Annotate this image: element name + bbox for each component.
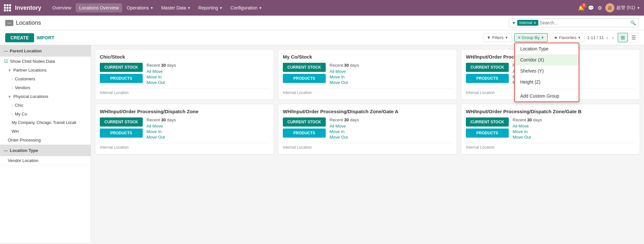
pagination-prev-icon[interactable]: ‹	[605, 34, 609, 41]
card-body: CURRENT STOCK PRODUCTS Recent 30 days Al…	[466, 117, 635, 140]
favorites-caret: ▼	[578, 36, 581, 39]
checkbox-checked-icon: ☑	[4, 59, 8, 64]
notifications-icon[interactable]: 🔔 9	[578, 5, 585, 11]
chat-icon[interactable]: 💬	[588, 5, 594, 11]
all-move-link[interactable]: All Move	[147, 124, 269, 129]
list-view-button[interactable]: ☰	[628, 33, 639, 42]
recent-label: Recent 30 days	[330, 117, 452, 122]
sidebar-item-chic[interactable]: › Chic	[0, 101, 91, 110]
groupby-caret: ▼	[541, 36, 544, 39]
current-stock-button[interactable]: CURRENT STOCK	[100, 117, 143, 127]
settings-icon[interactable]: ⚙	[598, 5, 602, 11]
nav-item-overview[interactable]: Overview	[49, 3, 74, 12]
import-button[interactable]: IMPORT	[37, 35, 54, 40]
products-button[interactable]: PRODUCTS	[466, 74, 509, 83]
products-button[interactable]: PRODUCTS	[283, 129, 326, 138]
current-stock-button[interactable]: CURRENT STOCK	[466, 117, 509, 127]
chic-expand-icon: ›	[12, 103, 13, 107]
location-card-gate-b: WH/Input/Order Processing/Dispatch Zone/…	[461, 104, 640, 155]
all-move-link[interactable]: All Move	[330, 69, 452, 74]
move-out-link[interactable]: Move Out	[513, 135, 635, 140]
vendors-label: Vendors	[15, 85, 31, 90]
groupby-dropdown: Location Type Corridor (X) Shelves (Y) H…	[514, 43, 579, 102]
sidebar-item-wh[interactable]: WH	[0, 127, 91, 136]
products-button[interactable]: PRODUCTS	[100, 74, 143, 83]
physical-locations-label: Physical Locations	[13, 94, 48, 99]
order-processing-label: Order Processing	[8, 138, 41, 142]
favorites-button[interactable]: ★ Favorites ▼	[550, 33, 585, 42]
move-out-link[interactable]: Move Out	[147, 80, 269, 85]
sidebar-item-mycompany-chicago[interactable]: My Company, Chicago: Transit Locati	[0, 118, 91, 127]
groupby-option-locationtype[interactable]: Location Type	[515, 43, 579, 54]
sidebar-section-location-type-header[interactable]: — Location Type	[0, 145, 91, 156]
products-button[interactable]: PRODUCTS	[283, 74, 326, 83]
user-menu[interactable]: 超 超管 (h1) ▼	[605, 3, 640, 12]
filters-button[interactable]: ▼ Filters ▼	[483, 33, 512, 42]
groupby-option-custom[interactable]: Add Custom Group	[515, 90, 579, 102]
nav-item-locations[interactable]: Locations Overview	[76, 3, 122, 12]
current-stock-button[interactable]: CURRENT STOCK	[283, 117, 326, 127]
nav-item-configuration[interactable]: Configuration ▼	[227, 3, 265, 12]
configuration-caret: ▼	[259, 6, 262, 10]
sidebar-item-customers[interactable]: › Customers	[0, 75, 91, 83]
card-body: CURRENT STOCK PRODUCTS Recent 30 days Al…	[100, 63, 269, 85]
products-button[interactable]: PRODUCTS	[466, 129, 509, 138]
products-button[interactable]: PRODUCTS	[100, 129, 143, 138]
recent-label: Recent 30 days	[147, 117, 269, 122]
sidebar-item-order-processing[interactable]: Order Processing	[0, 136, 91, 144]
move-in-link[interactable]: Move In	[147, 75, 269, 79]
groupby-option-corridor[interactable]: Corridor (X)	[515, 54, 579, 65]
card-body: CURRENT STOCK PRODUCTS Recent 30 days Al…	[283, 117, 452, 140]
vendor-location-label: Vendor Location	[8, 158, 38, 163]
card-stats: Recent 30 days All Move Move In Move Out	[513, 117, 635, 140]
pagination-next-icon[interactable]: ›	[611, 34, 615, 41]
move-out-link[interactable]: Move Out	[147, 135, 269, 140]
card-stats: Recent 30 days All Move Move In Move Out	[330, 63, 452, 85]
user-name: 超管 (h1)	[616, 5, 635, 11]
move-in-link[interactable]: Move In	[147, 129, 269, 134]
move-in-link[interactable]: Move In	[330, 75, 452, 79]
sidebar-item-myco[interactable]: › My Co	[0, 110, 91, 118]
move-in-link[interactable]: Move In	[330, 129, 452, 134]
show-child-nodes-label: Show Child Nodes Data	[10, 59, 55, 64]
search-icon[interactable]: 🔍	[630, 20, 636, 25]
kanban-view-button[interactable]: ⊞	[618, 33, 628, 42]
nav-item-reporting[interactable]: Reporting ▼	[195, 3, 226, 12]
sidebar-item-physical-locations[interactable]: ▼ Physical Locations	[0, 92, 91, 101]
sidebar-item-partner-locations[interactable]: ▼ Partner Locations	[0, 66, 91, 75]
move-in-link[interactable]: Move In	[513, 129, 635, 134]
customers-label: Customers	[15, 76, 35, 81]
apps-menu-icon[interactable]	[4, 4, 11, 11]
groupby-option-height[interactable]: Height (Z)	[515, 76, 579, 88]
sidebar-item-vendors[interactable]: › Vendors	[0, 83, 91, 92]
groupby-option-shelves[interactable]: Shelves (Y)	[515, 65, 579, 76]
collapse-location-type-icon: —	[4, 148, 8, 153]
groupby-icon: ≡	[518, 35, 520, 40]
filter-tag-internal[interactable]: Internal ✕	[517, 20, 538, 26]
current-stock-button[interactable]: CURRENT STOCK	[283, 63, 326, 72]
myco-expand-icon: ›	[12, 112, 13, 116]
sidebar-show-child-nodes[interactable]: ☑ Show Child Nodes Data	[0, 57, 91, 66]
all-move-link[interactable]: All Move	[513, 124, 635, 129]
sidebar: — Parent Location ☑ Show Child Nodes Dat…	[0, 45, 91, 242]
myco-label: My Co	[15, 112, 27, 116]
current-stock-button[interactable]: CURRENT STOCK	[466, 63, 509, 72]
sidebar-section-parent-header[interactable]: — Parent Location	[0, 45, 91, 57]
groupby-button[interactable]: ≡ Group By ▼	[514, 33, 547, 42]
move-out-link[interactable]: Move Out	[330, 80, 452, 85]
filter-tag-close-icon[interactable]: ✕	[533, 21, 536, 25]
sidebar-item-vendor-location[interactable]: Vendor Location	[0, 156, 91, 165]
collapse-sidebar-icon[interactable]: —	[5, 20, 13, 26]
create-button[interactable]: CREATE	[5, 33, 34, 42]
move-out-link[interactable]: Move Out	[330, 135, 452, 140]
partner-locations-expand-icon: ▼	[8, 68, 11, 72]
current-stock-button[interactable]: CURRENT STOCK	[100, 63, 143, 72]
all-move-link[interactable]: All Move	[147, 69, 269, 74]
card-body: CURRENT STOCK PRODUCTS Recent 30 days Al…	[283, 63, 452, 85]
nav-item-operations[interactable]: Operations ▼	[124, 3, 157, 12]
all-move-link[interactable]: All Move	[330, 124, 452, 129]
nav-item-masterdata[interactable]: Master Data ▼	[158, 3, 194, 12]
card-title: My Co/Stock	[283, 54, 452, 60]
groupby-divider	[515, 89, 579, 89]
search-input[interactable]	[540, 20, 629, 25]
